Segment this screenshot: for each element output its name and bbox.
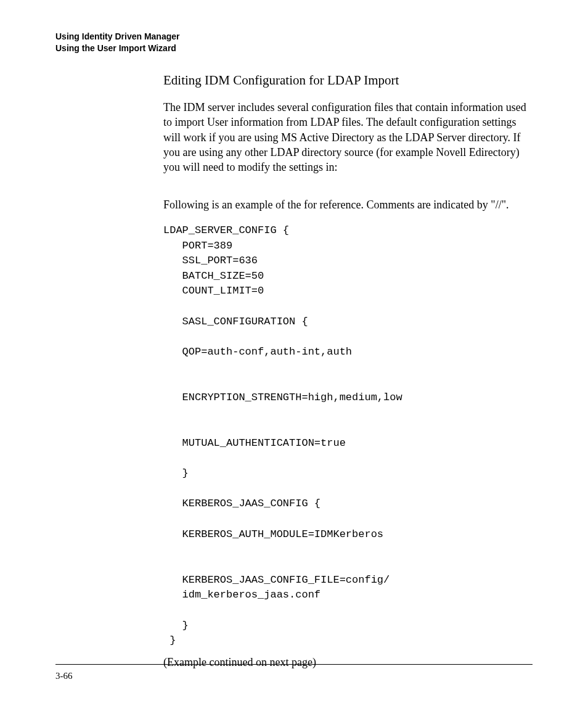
config-code-block: LDAP_SERVER_CONFIG { PORT=389 SSL_PORT=6… <box>163 223 533 649</box>
running-header-line2: Using the User Import Wizard <box>55 43 533 54</box>
intro-paragraph: The IDM server includes several configur… <box>163 100 533 174</box>
intro-text-a: The IDM server includes several configur… <box>163 101 526 173</box>
example-intro-b: for reference. Comments are indicated by… <box>304 199 509 211</box>
example-intro-a: Following is an example of the <box>163 199 304 211</box>
running-header-line1: Using Identity Driven Manager <box>55 31 533 43</box>
intro-text-b: settings in: <box>289 161 338 173</box>
section-title: Editing IDM Configuration for LDAP Impor… <box>163 72 533 89</box>
running-header: Using Identity Driven Manager Using the … <box>55 31 533 54</box>
example-intro-paragraph: Following is an example of the for refer… <box>163 197 533 212</box>
page-footer: 3-66 <box>55 664 533 681</box>
page-number: 3-66 <box>55 671 73 681</box>
main-content: Editing IDM Configuration for LDAP Impor… <box>163 72 533 670</box>
